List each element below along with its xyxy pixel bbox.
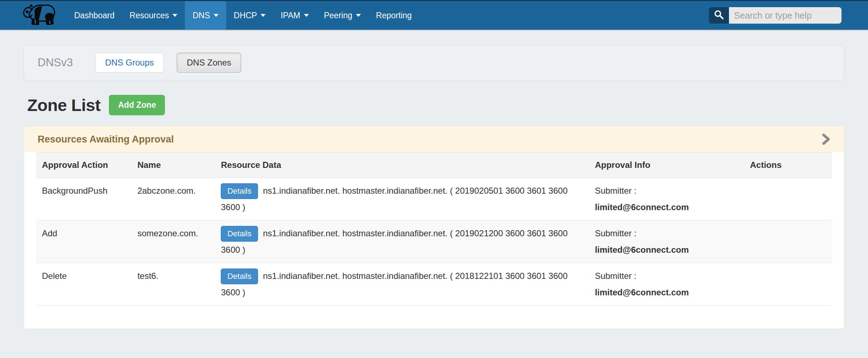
page-header: Zone List Add Zone <box>27 95 844 115</box>
actions-cell <box>744 221 832 263</box>
zone-name-cell: test6. <box>132 263 215 306</box>
search-icon <box>714 9 724 21</box>
col-header-approval-info: Approval Info <box>589 153 744 178</box>
chevron-right-icon[interactable] <box>822 134 830 145</box>
search-input[interactable] <box>729 7 841 24</box>
nav-item-resources[interactable]: Resources <box>122 1 185 30</box>
resource-data-cell: Detailsns1.indianafiber.net. hostmaster.… <box>215 263 589 306</box>
nav-label: DHCP <box>234 11 257 20</box>
main-nav: Dashboard Resources DNS DHCP IPAM Peerin… <box>67 1 419 30</box>
approval-info-cell: Submitter : limited@6connect.com <box>589 178 744 221</box>
caret-down-icon <box>304 14 309 17</box>
app-root: Dashboard Resources DNS DHCP IPAM Peerin… <box>0 0 868 358</box>
global-search <box>709 1 841 30</box>
nav-item-peering[interactable]: Peering <box>316 1 368 30</box>
caret-down-icon <box>172 14 177 17</box>
submitter-email: limited@6connect.com <box>595 199 739 216</box>
approval-panel: Resources Awaiting Approval Approval Act… <box>24 126 844 329</box>
col-header-approval-action: Approval Action <box>36 153 132 178</box>
submitter-label: Submitter : <box>595 268 739 284</box>
brand-logo[interactable] <box>21 1 58 30</box>
table-row: Delete test6. Detailsns1.indianafiber.ne… <box>36 263 832 306</box>
panda-logo-icon <box>21 2 58 29</box>
approval-panel-header[interactable]: Resources Awaiting Approval <box>24 126 844 152</box>
actions-cell <box>744 263 832 306</box>
caret-down-icon <box>214 14 219 17</box>
nav-item-dashboard[interactable]: Dashboard <box>67 1 122 30</box>
soa-record-text: ns1.indianafiber.net. hostmaster.indiana… <box>221 186 567 212</box>
nav-label: Peering <box>324 11 352 20</box>
nav-item-reporting[interactable]: Reporting <box>368 1 419 30</box>
top-navbar: Dashboard Resources DNS DHCP IPAM Peerin… <box>0 0 868 30</box>
table-header-row: Approval Action Name Resource Data Appro… <box>36 153 832 178</box>
search-icon-button[interactable] <box>709 7 729 24</box>
nav-label: IPAM <box>281 11 300 20</box>
nav-label: Resources <box>130 11 169 20</box>
nav-label: DNS <box>192 11 210 20</box>
submitter-email: limited@6connect.com <box>595 242 739 258</box>
caret-down-icon <box>356 14 361 17</box>
nav-label: Reporting <box>376 11 412 20</box>
approval-action-cell: Delete <box>36 263 132 306</box>
details-button[interactable]: Details <box>221 226 258 242</box>
dns-groups-button[interactable]: DNS Groups <box>95 53 164 73</box>
dns-zones-button[interactable]: DNS Zones <box>177 53 241 73</box>
dnsv3-subnav: DNSv3 DNS Groups DNS Zones <box>24 45 844 81</box>
approval-action-cell: BackgroundPush <box>36 178 132 221</box>
col-header-resource-data: Resource Data <box>215 153 589 178</box>
nav-label: Dashboard <box>74 11 115 20</box>
nav-item-dhcp[interactable]: DHCP <box>226 1 273 30</box>
page-title: Zone List <box>27 95 100 115</box>
approval-action-cell: Add <box>36 221 132 263</box>
details-button[interactable]: Details <box>221 183 258 199</box>
resource-data-cell: Detailsns1.indianafiber.net. hostmaster.… <box>215 178 589 221</box>
submitter-email: limited@6connect.com <box>595 284 739 301</box>
submitter-label: Submitter : <box>595 225 739 242</box>
col-header-actions: Actions <box>744 153 832 178</box>
nav-item-dns[interactable]: DNS <box>185 1 226 30</box>
zone-name-cell: 2abczone.com. <box>132 178 215 221</box>
details-button[interactable]: Details <box>221 268 258 284</box>
nav-item-ipam[interactable]: IPAM <box>273 1 316 30</box>
main-content: DNSv3 DNS Groups DNS Zones Zone List Add… <box>0 30 868 329</box>
col-header-name: Name <box>132 153 215 178</box>
approval-panel-title: Resources Awaiting Approval <box>38 134 174 145</box>
resource-data-cell: Detailsns1.indianafiber.net. hostmaster.… <box>215 221 589 263</box>
actions-cell <box>744 178 832 221</box>
soa-record-text: ns1.indianafiber.net. hostmaster.indiana… <box>221 271 567 297</box>
approval-info-cell: Submitter : limited@6connect.com <box>589 263 744 306</box>
approval-panel-body: Approval Action Name Resource Data Appro… <box>24 152 844 329</box>
soa-record-text: ns1.indianafiber.net. hostmaster.indiana… <box>221 228 567 255</box>
add-zone-button[interactable]: Add Zone <box>109 95 165 115</box>
table-row: Add somezone.com. Detailsns1.indianafibe… <box>36 221 832 263</box>
zone-name-cell: somezone.com. <box>132 221 215 263</box>
subnav-title: DNSv3 <box>38 56 73 69</box>
approval-table: Approval Action Name Resource Data Appro… <box>36 152 832 306</box>
table-row: BackgroundPush 2abczone.com. Detailsns1.… <box>36 178 832 221</box>
submitter-label: Submitter : <box>595 183 739 199</box>
caret-down-icon <box>261 14 266 17</box>
approval-info-cell: Submitter : limited@6connect.com <box>589 221 744 263</box>
